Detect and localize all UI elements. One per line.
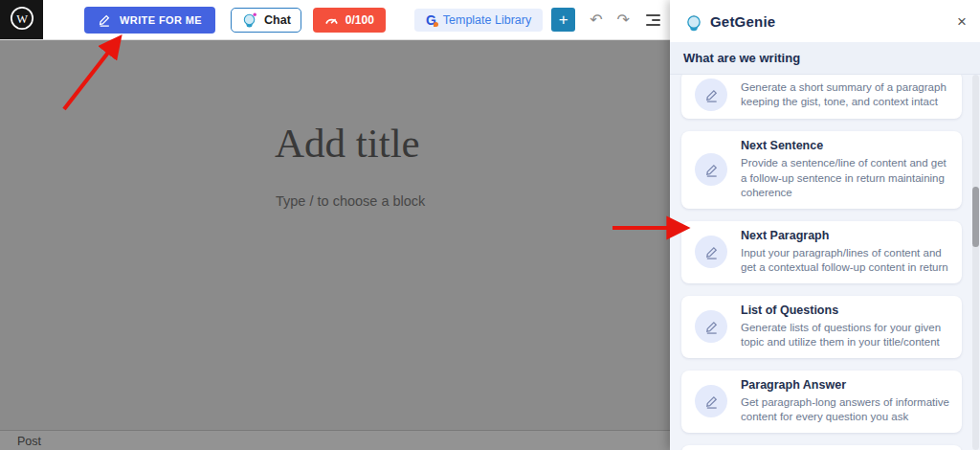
template-card[interactable]: Generate a short summary of a paragraph … <box>681 75 962 119</box>
editor-footer: Post <box>0 430 687 450</box>
genie-icon <box>241 11 258 29</box>
template-card[interactable]: Paragraph Answer Get paragraph-long answ… <box>681 371 962 433</box>
credits-button[interactable]: 0/100 <box>313 8 386 33</box>
plus-icon: + <box>559 11 568 28</box>
pencil-icon <box>98 13 111 27</box>
template-description: Generate lists of questions for your giv… <box>741 321 950 350</box>
close-panel-button[interactable]: × <box>957 13 967 30</box>
panel-scrollbar[interactable] <box>972 75 979 450</box>
undo-button[interactable]: ↶ <box>590 12 602 28</box>
template-description: Input your paragraph/lines of content an… <box>741 246 950 276</box>
chat-label: Chat <box>264 13 291 27</box>
template-title: Next Sentence <box>741 139 950 153</box>
template-library-button[interactable]: G Template Library <box>414 9 543 32</box>
template-list: Generate a short summary of a paragraph … <box>670 75 980 450</box>
template-text: Paragraph Answer Get paragraph-long answ… <box>741 378 950 425</box>
write-for-me-button[interactable]: WRITE FOR ME <box>84 7 215 34</box>
template-library-label: Template Library <box>443 13 531 27</box>
template-title: Paragraph Answer <box>741 378 950 393</box>
template-card[interactable]: Next Sentence Provide a sentence/line of… <box>681 131 962 209</box>
template-title: List of Questions <box>741 304 950 318</box>
getgenie-title: GetGenie <box>710 13 775 30</box>
getgenie-panel: GetGenie × What are we writing Generate … <box>670 0 980 450</box>
section-title: What are we writing <box>683 51 800 65</box>
pencil-icon <box>695 153 727 186</box>
wordpress-editor-window: W WRITE FOR ME Chat <box>0 0 980 450</box>
getgenie-logo: GetGenie <box>683 11 775 32</box>
redo-button[interactable]: ↷ <box>617 12 630 28</box>
template-card[interactable]: Next Paragraph Input your paragraph/line… <box>681 221 962 283</box>
template-description: Generate a short summary of a paragraph … <box>741 80 950 110</box>
template-card[interactable]: List of Questions Generate lists of ques… <box>681 296 962 358</box>
template-text: Next Sentence Provide a sentence/line of… <box>741 139 950 201</box>
undo-icon: ↶ <box>590 11 602 28</box>
block-placeholder[interactable]: Type / to choose a block <box>276 193 425 209</box>
post-type-label: Post <box>17 435 41 448</box>
wordpress-logo-button[interactable]: W <box>0 0 43 39</box>
wordpress-icon: W <box>10 6 34 34</box>
chat-button[interactable]: Chat <box>231 8 301 33</box>
template-text: Generate a short summary of a paragraph … <box>741 80 950 110</box>
template-card[interactable]: Summary Bullets Get a bulleted list of s… <box>681 445 962 450</box>
pencil-icon <box>695 310 727 343</box>
post-title-placeholder[interactable]: Add title <box>275 120 420 167</box>
credits-label: 0/100 <box>345 13 374 27</box>
document-overview-button[interactable] <box>646 14 660 26</box>
template-description: Get paragraph-long answers of informativ… <box>741 395 950 425</box>
getgenie-g-icon: G <box>426 13 436 27</box>
scrollbar-thumb[interactable] <box>972 187 979 247</box>
template-title: Next Paragraph <box>741 229 950 243</box>
editor-canvas[interactable]: Add title Type / to choose a block <box>0 39 670 430</box>
genie-mascot-icon <box>683 11 704 32</box>
editor-toolbar: W WRITE FOR ME Chat <box>0 0 670 40</box>
template-text: Next Paragraph Input your paragraph/line… <box>741 229 950 276</box>
list-icon <box>646 14 660 16</box>
panel-section-header: What are we writing <box>670 42 980 75</box>
pencil-icon <box>695 236 727 268</box>
pencil-icon <box>695 385 727 417</box>
panel-header: GetGenie × <box>670 0 980 42</box>
redo-icon: ↷ <box>617 11 630 28</box>
gauge-icon <box>324 14 339 25</box>
write-for-me-label: WRITE FOR ME <box>120 14 202 26</box>
close-icon: × <box>957 12 967 31</box>
template-description: Provide a sentence/line of content and g… <box>741 156 950 201</box>
block-inserter-button[interactable]: + <box>551 8 575 32</box>
template-text: List of Questions Generate lists of ques… <box>741 304 950 350</box>
wordpress-w-glyph: W <box>16 11 28 25</box>
pencil-icon <box>695 79 727 111</box>
